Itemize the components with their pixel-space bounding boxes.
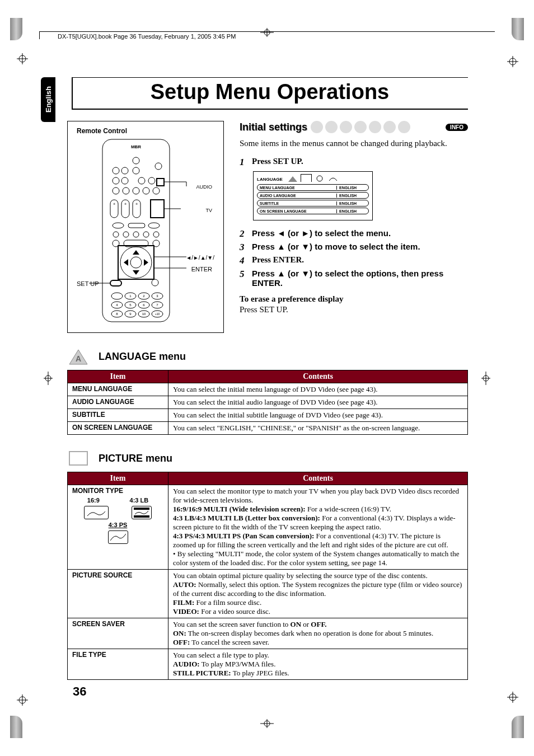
svg-rect-70 [110,280,121,286]
table-row: FILE TYPE You can select a file type to … [68,649,468,680]
table-row: SUBTITLEYou can select the initial subti… [68,409,468,422]
svg-point-26 [113,167,119,174]
binder-spine-decor [512,716,524,738]
crop-mark-icon [481,372,490,385]
svg-point-27 [121,167,128,174]
remote-label-setup: SET UP [77,280,99,287]
initial-settings-heading: Initial settings [240,121,307,133]
osd-tab-label: LANGUAGE [257,177,283,182]
svg-text:+: + [113,201,116,206]
picture-menu-title: PICTURE menu [99,453,172,464]
svg-rect-101 [134,508,149,510]
svg-point-57 [153,232,159,237]
osd-tab-picture-icon [301,174,312,182]
page-title: Setup Menu Operations [72,77,468,110]
table-row: PICTURE SOURCE You can obtain optimal pi… [68,570,468,618]
svg-marker-96 [288,176,297,182]
svg-text:7: 7 [156,303,158,307]
picture-menu-table: ItemContents MONITOR TYPE 16:94:3 LB 4:3… [67,472,468,680]
crop-mark-icon [507,56,518,67]
step-4: 4Press ENTER. [240,255,468,266]
monitor-4-3-lb-icon [132,506,152,519]
language-tab: English [41,77,55,122]
osd-tab-other-icon [327,175,339,182]
step-1: 1Press SET UP. [240,157,468,168]
remote-label-enter: ENTER [191,266,212,273]
osd-row: ON SCREEN LANGUAGEENGLISH [257,208,369,214]
remote-brand-text: MBR [131,144,141,149]
svg-text:10: 10 [142,312,146,316]
svg-text:9: 9 [129,312,132,316]
svg-point-73 [111,293,123,299]
svg-point-29 [155,163,162,170]
svg-text:+: + [124,201,127,206]
table-header-item: Item [68,370,168,383]
svg-point-56 [143,232,149,237]
table-header-item: Item [68,472,168,485]
osd-tab-audio-icon [314,175,325,182]
initial-intro-text: Some items in the menus cannot be change… [240,138,468,149]
svg-point-40 [143,187,149,194]
monitor-16-9-icon [84,506,109,519]
crop-mark-icon [17,694,28,706]
svg-point-38 [123,187,129,194]
crop-mark-icon [44,372,53,385]
remote-label-arrows: ◄/►/▲/▼/ [186,255,214,261]
osd-row: MENU LANGUAGEENGLISH [257,184,369,191]
language-menu-title: LANGUAGE menu [99,351,186,363]
svg-rect-100 [69,452,87,465]
svg-point-30 [113,177,119,184]
osd-language-screenshot: LANGUAGE MENU LANGUAGEENGLISH AUDIO LANG… [253,171,373,220]
monitor-type-label: MONITOR TYPE [72,487,163,495]
svg-point-32 [138,177,145,184]
remote-control-heading: Remote Control [77,127,214,135]
svg-point-39 [133,187,139,194]
svg-rect-48 [151,200,164,218]
svg-point-62 [130,257,142,268]
language-menu-table: ItemContents MENU LANGUAGEYou can select… [67,370,468,435]
svg-point-28 [133,167,139,174]
svg-point-33 [148,177,155,184]
info-badge: INFO [446,124,468,131]
svg-marker-66 [144,259,148,266]
osd-row: SUBTITLEENGLISH [257,200,369,206]
svg-marker-65 [124,259,128,266]
step-3: 3Press ▲ (or ▼) to move to select the it… [240,242,468,253]
decorative-dots [311,121,442,133]
svg-text:6: 6 [143,303,145,307]
monitor-4-3-ps-icon [108,530,128,544]
svg-text:+10: +10 [155,312,160,316]
svg-text:5: 5 [129,303,132,307]
remote-label-tv: TV [205,208,212,213]
svg-text:3: 3 [156,294,158,298]
svg-marker-64 [133,270,139,275]
initial-settings-heading-row: Initial settings INFO [240,121,468,133]
page-header-line: DX-T5[UGUX].book Page 36 Tuesday, Februa… [39,31,495,39]
remote-control-diagram: MBR +++ [77,138,214,324]
table-row: SCREEN SAVER You can set the screen save… [68,618,468,649]
step-5: 5Press ▲ (or ▼) to select the options, t… [240,269,468,288]
table-header-contents: Contents [168,370,468,383]
binder-spine-decor [10,18,22,40]
svg-text:A: A [76,354,81,363]
svg-text:+: + [135,201,138,206]
language-menu-icon: A [67,348,90,365]
crop-mark-icon [507,692,518,703]
svg-point-25 [133,157,139,164]
picture-menu-section: PICTURE menu ItemContents MONITOR TYPE 1… [67,449,468,680]
svg-point-55 [133,232,139,237]
binder-spine-decor [10,716,22,738]
svg-text:8: 8 [116,312,118,316]
monitor-type-intro: You can select the monitor type to match… [173,487,463,505]
svg-point-54 [123,232,129,237]
svg-point-31 [121,177,128,184]
page-number: 36 [73,684,86,699]
table-row: AUDIO LANGUAGEYou can select the initial… [68,396,468,409]
svg-rect-51 [128,223,145,228]
svg-point-97 [317,176,322,181]
table-row: MENU LANGUAGEYou can select the initial … [68,383,468,396]
table-header-contents: Contents [168,472,468,485]
binder-spine-decor [512,18,524,40]
svg-text:1: 1 [129,294,132,298]
svg-point-52 [148,223,160,228]
